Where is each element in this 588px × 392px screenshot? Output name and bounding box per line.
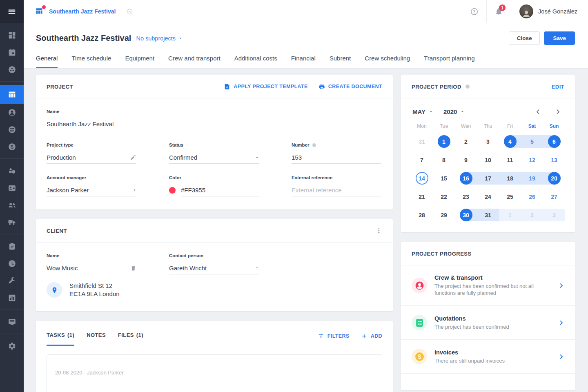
calendar-day[interactable]: 22 bbox=[433, 187, 455, 206]
close-button[interactable]: Close bbox=[509, 31, 540, 45]
tab-transport-planning[interactable]: Transport planning bbox=[424, 55, 475, 68]
external-reference-input[interactable] bbox=[292, 184, 381, 196]
sidebar-item-statistics[interactable] bbox=[0, 289, 24, 306]
project-tab[interactable]: Southearth Jazz Festival bbox=[24, 0, 143, 23]
calendar-day[interactable]: 23 bbox=[455, 187, 477, 206]
sidebar-item-planboard[interactable] bbox=[0, 61, 24, 78]
sidebar-item-transport[interactable] bbox=[0, 214, 24, 231]
sidebar-item-calendar[interactable] bbox=[0, 44, 24, 61]
progress-item-quotations[interactable]: QuotationsThe project has been confirmed bbox=[401, 305, 575, 339]
save-button[interactable]: Save bbox=[544, 31, 575, 45]
tab-additional-costs[interactable]: Additional costs bbox=[234, 55, 277, 68]
calendar-day[interactable]: 16 bbox=[455, 169, 477, 187]
calendar-day[interactable]: 17 bbox=[477, 169, 499, 187]
calendar-day[interactable]: 8 bbox=[433, 151, 455, 169]
calendar-day[interactable]: 31 bbox=[477, 206, 499, 224]
chevron-right-icon[interactable] bbox=[558, 283, 564, 289]
tab-equipment[interactable]: Equipment bbox=[125, 55, 154, 68]
calendar-day[interactable]: 10 bbox=[477, 151, 499, 169]
apply-project-template-button[interactable]: APPLY PROJECT TEMPLATE bbox=[224, 83, 308, 90]
contact-person-select[interactable]: Gareth Wricht bbox=[169, 262, 259, 274]
sidebar-item-board[interactable] bbox=[0, 313, 24, 330]
progress-item-crew-transport[interactable]: Crew & transportThe project has been con… bbox=[401, 265, 575, 305]
calendar-day[interactable]: 20 bbox=[543, 169, 565, 187]
create-document-button[interactable]: CREATE DOCUMENT bbox=[318, 83, 382, 90]
subprojects-dropdown[interactable]: No subprojects bbox=[136, 35, 183, 42]
tab-crew-and-transport[interactable]: Crew and transport bbox=[168, 55, 220, 68]
color-swatch[interactable] bbox=[169, 187, 176, 194]
tab-time-schedule[interactable]: Time schedule bbox=[71, 55, 111, 68]
calendar-day[interactable]: 2 bbox=[521, 206, 543, 224]
number-input[interactable]: 153 bbox=[292, 151, 381, 164]
year-select[interactable]: 2020 bbox=[443, 108, 464, 115]
color-field[interactable]: #FF3955 bbox=[169, 184, 259, 196]
menu-button[interactable] bbox=[0, 0, 24, 23]
sidebar-item-crew[interactable] bbox=[0, 196, 24, 214]
calendar-day[interactable]: 11 bbox=[499, 151, 521, 169]
close-tab-icon[interactable] bbox=[126, 8, 133, 15]
calendar-day[interactable]: 21 bbox=[411, 187, 433, 206]
calendar-day[interactable]: 9 bbox=[455, 151, 477, 169]
calendar-day[interactable]: 30 bbox=[455, 206, 477, 224]
filters-button[interactable]: FILTERS bbox=[318, 333, 350, 339]
sidebar-item-tasks[interactable] bbox=[0, 238, 24, 255]
calendar-day[interactable]: 5 bbox=[521, 132, 543, 151]
project-type-field[interactable]: Production bbox=[47, 151, 136, 164]
status-select[interactable]: Confirmed bbox=[169, 151, 259, 164]
tab-crew-scheduling[interactable]: Crew scheduling bbox=[365, 55, 410, 68]
sidebar-item-person[interactable] bbox=[0, 104, 24, 121]
calendar-day[interactable]: 4 bbox=[499, 132, 521, 151]
sidebar-item-settings[interactable] bbox=[0, 337, 24, 354]
next-month-button[interactable] bbox=[555, 109, 561, 115]
sidebar-item-equipment[interactable] bbox=[0, 162, 24, 179]
edit-period-button[interactable]: EDIT bbox=[552, 84, 564, 90]
calendar-day[interactable]: 24 bbox=[477, 187, 499, 206]
edit-icon[interactable] bbox=[130, 154, 136, 160]
calendar-day[interactable]: 26 bbox=[521, 187, 543, 206]
calendar-day[interactable]: 31 bbox=[411, 132, 433, 151]
sidebar-item-projects[interactable] bbox=[0, 85, 24, 104]
tab-general[interactable]: General bbox=[36, 55, 58, 68]
help-button[interactable] bbox=[462, 0, 486, 23]
chevron-right-icon[interactable] bbox=[558, 354, 564, 360]
calendar-day[interactable]: 3 bbox=[543, 206, 565, 224]
map-pin-icon[interactable] bbox=[47, 282, 62, 298]
progress-item-invoices[interactable]: InvoicesThere are still unpaid invoices bbox=[401, 339, 575, 373]
calendar-day[interactable]: 15 bbox=[433, 169, 455, 187]
calendar-day[interactable]: 25 bbox=[499, 187, 521, 206]
sidebar-item-dashboard[interactable] bbox=[0, 27, 24, 44]
sidebar-item-time[interactable] bbox=[0, 255, 24, 272]
tasks-tab-files[interactable]: FILES(1) bbox=[118, 332, 143, 346]
calendar-day[interactable]: 3 bbox=[477, 132, 499, 151]
sidebar-item-contact-card[interactable] bbox=[0, 179, 24, 196]
calendar-day[interactable]: 27 bbox=[543, 187, 565, 206]
chevron-right-icon[interactable] bbox=[558, 320, 564, 326]
calendar-day[interactable]: 6 bbox=[543, 132, 565, 151]
calendar-day[interactable]: 12 bbox=[521, 151, 543, 169]
sidebar-item-repair[interactable] bbox=[0, 272, 24, 289]
tab-subrent[interactable]: Subrent bbox=[330, 55, 351, 68]
calendar-day[interactable]: 14 bbox=[411, 169, 433, 187]
delete-icon[interactable] bbox=[130, 265, 136, 271]
tasks-tab-notes[interactable]: NOTES bbox=[87, 332, 106, 346]
user-menu[interactable]: José González bbox=[511, 0, 588, 23]
kebab-menu-icon[interactable] bbox=[376, 227, 382, 234]
calendar-day[interactable]: 1 bbox=[433, 132, 455, 151]
add-button[interactable]: ADD bbox=[361, 333, 382, 339]
calendar-day[interactable]: 19 bbox=[521, 169, 543, 187]
sidebar-item-transfers[interactable] bbox=[0, 121, 24, 138]
tasks-tab-tasks[interactable]: TASKS(1) bbox=[47, 332, 74, 346]
calendar-day[interactable]: 1 bbox=[499, 206, 521, 224]
calendar-day[interactable]: 2 bbox=[455, 132, 477, 151]
name-input[interactable]: Southearth Jazz Festival bbox=[47, 118, 382, 130]
calendar-day[interactable]: 18 bbox=[499, 169, 521, 187]
sidebar-item-finance[interactable] bbox=[0, 138, 24, 155]
month-select[interactable]: MAY bbox=[412, 108, 433, 115]
calendar-day[interactable]: 7 bbox=[411, 151, 433, 169]
calendar-day[interactable]: 29 bbox=[433, 206, 455, 224]
calendar-day[interactable]: 13 bbox=[543, 151, 565, 169]
client-name-field[interactable]: Wow Music bbox=[47, 262, 136, 274]
prev-month-button[interactable] bbox=[535, 109, 541, 115]
notifications-button[interactable]: 1 bbox=[486, 0, 511, 23]
account-manager-select[interactable]: Jackson Parker bbox=[47, 184, 136, 196]
